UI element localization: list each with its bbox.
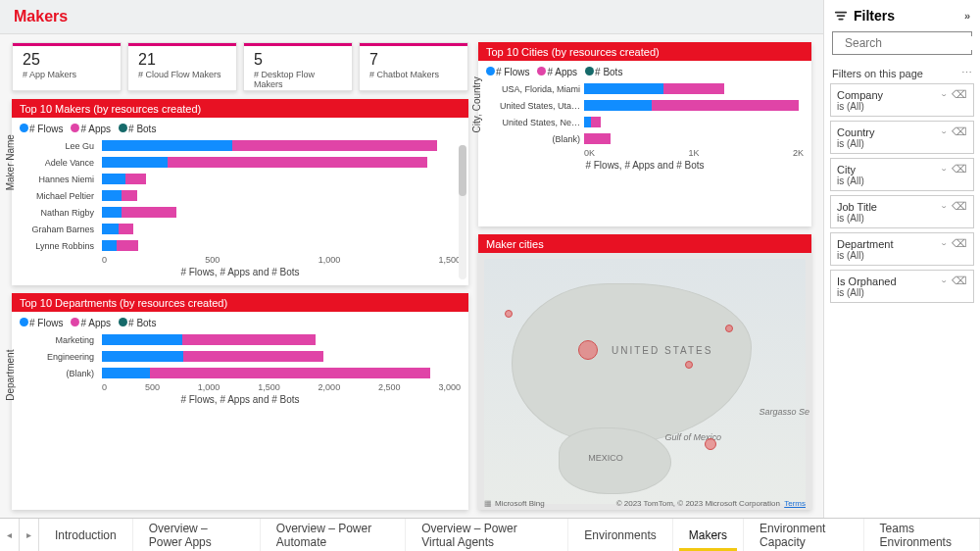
bar-label: Graham Barnes bbox=[20, 225, 98, 234]
bar-track bbox=[584, 117, 804, 127]
chart-title: Top 10 Cities (by resources created) bbox=[478, 42, 811, 61]
tab-environment-capacity[interactable]: Environment Capacity bbox=[744, 519, 864, 551]
map-point[interactable] bbox=[705, 438, 716, 450]
map-label-usa: UNITED STATES bbox=[612, 345, 712, 356]
more-options-icon[interactable]: ⋯ bbox=[961, 67, 972, 79]
clear-filter-icon[interactable]: ⌫ bbox=[952, 200, 967, 213]
map-point[interactable] bbox=[505, 310, 513, 318]
filters-search[interactable] bbox=[832, 31, 972, 55]
map-point[interactable] bbox=[725, 325, 733, 332]
map-provider: Microsoft Bing bbox=[495, 499, 545, 508]
filter-card[interactable]: Job Title⌄⌫is (All) bbox=[830, 195, 974, 228]
bar-segment bbox=[168, 157, 427, 168]
filter-card[interactable]: City⌄⌫is (All) bbox=[830, 158, 974, 191]
tab-teams-environments[interactable]: Teams Environments bbox=[864, 519, 980, 551]
tab-scroll-right[interactable]: ▸ bbox=[20, 519, 39, 551]
filters-pane: Filters » Filters on this page ⋯ Company… bbox=[823, 0, 980, 518]
chevron-down-icon[interactable]: ⌄ bbox=[940, 127, 948, 136]
map-maker-cities[interactable]: Maker cities UNITED STATES MEXICO Gulf o… bbox=[478, 234, 811, 510]
bar-row[interactable]: Michael Peltier bbox=[102, 188, 461, 203]
x-axis-title: # Flows, # Apps and # Bots bbox=[20, 267, 461, 277]
bar-row[interactable]: USA, Florida, Miami bbox=[584, 81, 804, 96]
bar-row[interactable]: Engineering bbox=[102, 349, 461, 364]
chart-top-makers[interactable]: Top 10 Makers (by resources created) # F… bbox=[12, 99, 468, 285]
bar-row[interactable]: Graham Barnes bbox=[102, 222, 461, 236]
bar-row[interactable]: Lynne Robbins bbox=[102, 238, 461, 253]
chevron-down-icon[interactable]: ⌄ bbox=[940, 202, 948, 211]
chart-legend: # Flows # Apps # Bots bbox=[486, 67, 804, 77]
clear-filter-icon[interactable]: ⌫ bbox=[952, 163, 967, 175]
map-point[interactable] bbox=[685, 361, 693, 369]
bar-segment bbox=[102, 240, 117, 251]
bar-row[interactable]: Hannes Niemi bbox=[102, 172, 461, 186]
kpi-label: # Desktop Flow Makers bbox=[254, 70, 342, 89]
bar-row[interactable]: Marketing bbox=[102, 332, 461, 347]
filter-card[interactable]: Company⌄⌫is (All) bbox=[830, 83, 974, 117]
filters-search-input[interactable] bbox=[845, 36, 980, 50]
bar-label: (Blank) bbox=[20, 369, 98, 378]
clear-filter-icon[interactable]: ⌫ bbox=[952, 125, 967, 138]
map-point[interactable] bbox=[578, 340, 598, 360]
kpi-card-cloud-flow-makers[interactable]: 21 # Cloud Flow Makers bbox=[127, 42, 237, 91]
bar-row[interactable]: (Blank) bbox=[584, 131, 804, 146]
bar-segment bbox=[584, 100, 652, 111]
bar-segment bbox=[119, 224, 133, 234]
clear-filter-icon[interactable]: ⌫ bbox=[952, 275, 967, 287]
bar-track bbox=[102, 224, 461, 234]
chevron-down-icon[interactable]: ⌄ bbox=[940, 276, 948, 285]
y-axis-title: Department bbox=[5, 350, 16, 401]
chevron-down-icon[interactable]: ⌄ bbox=[940, 239, 948, 248]
chart-title: Top 10 Departments (by resources created… bbox=[12, 293, 468, 312]
filter-card[interactable]: Country⌄⌫is (All) bbox=[830, 121, 974, 154]
bar-segment bbox=[102, 140, 232, 151]
bar-row[interactable]: (Blank) bbox=[102, 366, 461, 380]
tab-overview-power-virtual-agents[interactable]: Overview – Power Virtual Agents bbox=[406, 519, 568, 551]
tab-overview-power-automate[interactable]: Overview – Power Automate bbox=[261, 519, 406, 551]
legend-dot-apps-icon bbox=[537, 67, 546, 75]
tab-scroll-left[interactable]: ◂ bbox=[0, 519, 20, 551]
legend-dot-flows-icon bbox=[20, 318, 28, 326]
bar-segment bbox=[182, 334, 317, 345]
filters-section-label: Filters on this page bbox=[832, 68, 923, 79]
bar-label: Lynne Robbins bbox=[20, 241, 98, 251]
expand-pane-icon[interactable]: » bbox=[964, 10, 970, 22]
tab-overview-power-apps[interactable]: Overview – Power Apps bbox=[133, 519, 261, 551]
filter-value: is (All) bbox=[837, 101, 967, 112]
chart-title: Top 10 Makers (by resources created) bbox=[12, 99, 468, 118]
bar-segment bbox=[102, 157, 168, 168]
chevron-down-icon[interactable]: ⌄ bbox=[940, 165, 948, 174]
bar-row[interactable]: United States, Ne… bbox=[584, 115, 804, 129]
bar-row[interactable]: Lee Gu bbox=[102, 138, 461, 153]
clear-filter-icon[interactable]: ⌫ bbox=[952, 237, 967, 250]
bar-segment bbox=[150, 368, 431, 378]
x-axis-ticks: 05001,0001,500 bbox=[20, 255, 461, 265]
chevron-down-icon[interactable]: ⌄ bbox=[940, 90, 948, 99]
filter-card[interactable]: Department⌄⌫is (All) bbox=[830, 232, 974, 266]
chart-bars: MarketingEngineering(Blank) bbox=[20, 332, 461, 380]
tab-makers[interactable]: Makers bbox=[673, 519, 744, 551]
bar-row[interactable]: United States, Uta… bbox=[584, 98, 804, 113]
bar-label: USA, Florida, Miami bbox=[490, 84, 584, 94]
chart-top-departments[interactable]: Top 10 Departments (by resources created… bbox=[12, 293, 468, 510]
bar-track bbox=[102, 334, 461, 345]
scrollbar-thumb[interactable] bbox=[459, 145, 466, 196]
map-canvas[interactable]: UNITED STATES MEXICO Gulf of Mexico Sarg… bbox=[478, 253, 811, 510]
bar-row[interactable]: Nathan Rigby bbox=[102, 205, 461, 220]
chart-top-cities[interactable]: Top 10 Cities (by resources created) # F… bbox=[478, 42, 811, 226]
kpi-card-desktop-flow-makers[interactable]: 5 # Desktop Flow Makers bbox=[243, 42, 353, 91]
map-label-mexico: MEXICO bbox=[588, 453, 623, 463]
filter-card[interactable]: Is Orphaned⌄⌫is (All) bbox=[830, 270, 974, 303]
tab-introduction[interactable]: Introduction bbox=[39, 519, 133, 551]
bar-track bbox=[584, 100, 804, 111]
kpi-card-chatbot-makers[interactable]: 7 # Chatbot Makers bbox=[359, 42, 468, 91]
kpi-cards-row: 25 # App Makers 21 # Cloud Flow Makers 5… bbox=[12, 42, 468, 91]
bar-row[interactable]: Adele Vance bbox=[102, 155, 461, 170]
tab-environments[interactable]: Environments bbox=[568, 519, 672, 551]
kpi-card-app-makers[interactable]: 25 # App Makers bbox=[12, 42, 122, 91]
bar-track bbox=[102, 157, 461, 168]
bar-label: United States, Uta… bbox=[490, 101, 584, 111]
map-terms-link[interactable]: Terms bbox=[784, 499, 806, 508]
bar-segment bbox=[232, 140, 437, 151]
chart-scrollbar[interactable] bbox=[459, 145, 466, 279]
clear-filter-icon[interactable]: ⌫ bbox=[952, 88, 967, 101]
